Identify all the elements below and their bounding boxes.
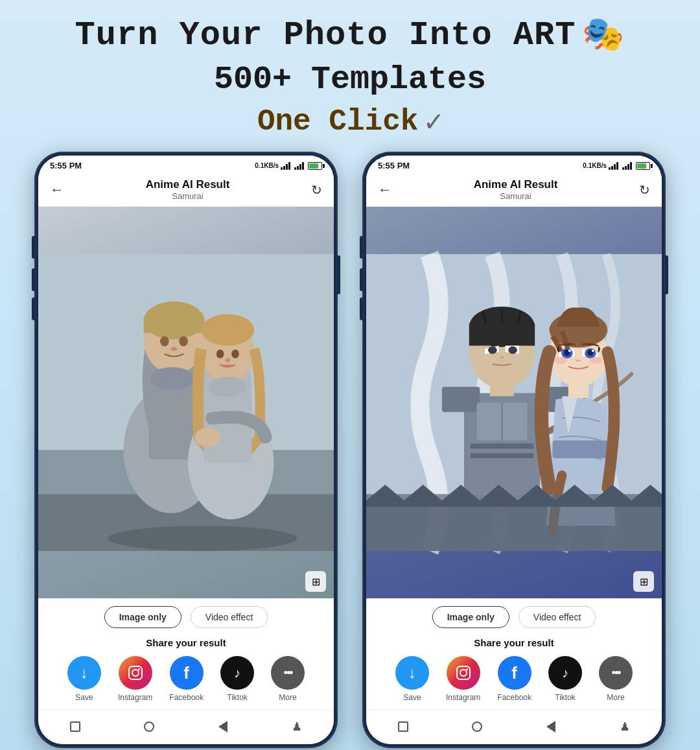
svg-point-20 xyxy=(225,358,230,362)
back-button-right[interactable]: ← xyxy=(378,182,392,198)
svg-rect-31 xyxy=(442,387,480,412)
nav-title-left: Anime AI Result Samurai xyxy=(146,178,230,201)
svg-point-54 xyxy=(590,357,602,364)
wifi-bars-right xyxy=(622,162,632,170)
title-line3: One Click ✓ xyxy=(75,103,625,140)
bottom-section-right: Image only Video effect Share your resul… xyxy=(366,598,662,710)
signal-bars-left xyxy=(281,162,290,170)
battery-left xyxy=(308,162,322,170)
top-nav-left: ← Anime AI Result Samurai ↻ xyxy=(38,173,334,207)
phone-left: 5:55 PM 0.1KB/s xyxy=(34,152,338,748)
phone-right: 5:55 PM 0.1KB/s xyxy=(362,152,666,748)
svg-point-10 xyxy=(179,336,188,347)
tiktok-label-right: Tiktok xyxy=(555,693,576,702)
facebook-icon-right: f xyxy=(498,656,531,690)
split-view-icon-right[interactable]: ⊞ xyxy=(633,571,654,592)
instagram-icon-right xyxy=(447,656,480,690)
share-title-right: Share your result xyxy=(378,637,650,648)
svg-point-26 xyxy=(132,670,139,676)
share-tiktok-right[interactable]: ♪ Tiktok xyxy=(548,656,582,702)
bottom-section-left: Image only Video effect Share your resul… xyxy=(38,598,334,710)
video-effect-button-left[interactable]: Video effect xyxy=(191,606,268,628)
nav-back-right[interactable] xyxy=(544,720,558,734)
image-only-button-left[interactable]: Image only xyxy=(104,606,181,628)
svg-point-19 xyxy=(231,349,239,358)
header-section: Turn Your Photo Into ART 🎭 500+ Template… xyxy=(75,0,625,140)
signal-text-left: 0.1KB/s xyxy=(255,162,279,169)
nav-back-left[interactable] xyxy=(216,720,230,734)
svg-point-52 xyxy=(592,349,594,352)
theater-emoji: 🎭 xyxy=(582,14,625,56)
refresh-button-left[interactable]: ↻ xyxy=(311,182,322,198)
svg-rect-8 xyxy=(144,317,205,333)
more-label-left: More xyxy=(279,693,296,702)
svg-rect-55 xyxy=(457,666,470,679)
more-label-right: More xyxy=(607,693,624,702)
top-nav-right: ← Anime AI Result Samurai ↻ xyxy=(366,173,662,207)
split-view-icon-left[interactable]: ⊞ xyxy=(305,571,326,592)
svg-point-22 xyxy=(209,377,246,397)
nav-person-right[interactable]: ♟ xyxy=(618,720,632,734)
nav-circle-right[interactable] xyxy=(470,720,484,734)
instagram-icon-left xyxy=(119,656,152,690)
signal-bars-right xyxy=(609,162,618,170)
refresh-button-right[interactable]: ↻ xyxy=(639,182,650,198)
phone-image-right: ⊞ xyxy=(366,207,662,598)
title-line1: Turn Your Photo Into ART 🎭 xyxy=(75,14,625,56)
nav-title-right: Anime AI Result Samurai xyxy=(474,178,558,201)
svg-rect-34 xyxy=(471,443,533,449)
status-right-right: 0.1KB/s xyxy=(583,162,650,170)
nav-square-right[interactable] xyxy=(396,720,410,734)
signal-text-right: 0.1KB/s xyxy=(583,162,607,169)
svg-point-23 xyxy=(195,428,220,447)
svg-point-24 xyxy=(108,526,297,551)
facebook-label-right: Facebook xyxy=(497,693,531,702)
more-icon-right: ••• xyxy=(599,656,633,690)
svg-rect-40 xyxy=(469,323,535,346)
facebook-icon-left: f xyxy=(170,656,204,690)
save-icon-left: ↓ xyxy=(67,656,101,690)
image-only-button-right[interactable]: Image only xyxy=(432,606,509,628)
svg-point-13 xyxy=(150,367,194,390)
nav-person-left[interactable]: ♟ xyxy=(290,720,304,734)
time-right: 5:55 PM xyxy=(378,161,410,170)
instagram-label-right: Instagram xyxy=(446,693,480,702)
nav-title-sub-left: Samurai xyxy=(146,191,230,201)
phone-image-left: ⊞ xyxy=(38,207,334,598)
bottom-nav-left: ♟ xyxy=(38,710,334,744)
time-left: 5:55 PM xyxy=(50,161,82,170)
svg-point-9 xyxy=(160,336,169,347)
share-instagram-right[interactable]: Instagram xyxy=(446,656,480,702)
status-bar-left: 5:55 PM 0.1KB/s xyxy=(38,156,334,173)
share-instagram-left[interactable]: Instagram xyxy=(118,656,152,702)
share-save-left[interactable]: ↓ Save xyxy=(67,656,101,702)
share-facebook-right[interactable]: f Facebook xyxy=(497,656,531,702)
share-save-right[interactable]: ↓ Save xyxy=(395,656,429,702)
svg-point-57 xyxy=(466,668,468,670)
back-button-left[interactable]: ← xyxy=(50,182,64,198)
save-label-left: Save xyxy=(75,693,93,702)
svg-point-42 xyxy=(508,346,517,354)
tiktok-label-left: Tiktok xyxy=(227,693,248,702)
share-facebook-left[interactable]: f Facebook xyxy=(169,656,204,702)
svg-point-53 xyxy=(554,357,566,364)
button-row-right: Image only Video effect xyxy=(378,606,650,628)
status-bar-right: 5:55 PM 0.1KB/s xyxy=(366,156,662,173)
nav-circle-left[interactable] xyxy=(142,720,156,734)
share-more-right[interactable]: ••• More xyxy=(599,656,633,702)
video-effect-button-right[interactable]: Video effect xyxy=(519,606,596,628)
share-more-left[interactable]: ••• More xyxy=(271,656,305,702)
button-row-left: Image only Video effect xyxy=(50,606,322,628)
more-icon-left: ••• xyxy=(271,656,305,690)
battery-right xyxy=(636,162,650,170)
svg-point-27 xyxy=(138,668,140,670)
tiktok-icon-right: ♪ xyxy=(548,656,582,690)
nav-square-left[interactable] xyxy=(68,720,82,734)
save-icon-right: ↓ xyxy=(395,656,429,690)
share-tiktok-left[interactable]: ♪ Tiktok xyxy=(220,656,254,702)
share-row-right: ↓ Save Instagram xyxy=(378,656,650,702)
nav-title-main-right: Anime AI Result xyxy=(474,178,558,191)
svg-point-17 xyxy=(201,314,254,346)
share-row-left: ↓ Save Instagram xyxy=(50,656,322,702)
title-line2: 500+ Templates xyxy=(75,61,625,98)
